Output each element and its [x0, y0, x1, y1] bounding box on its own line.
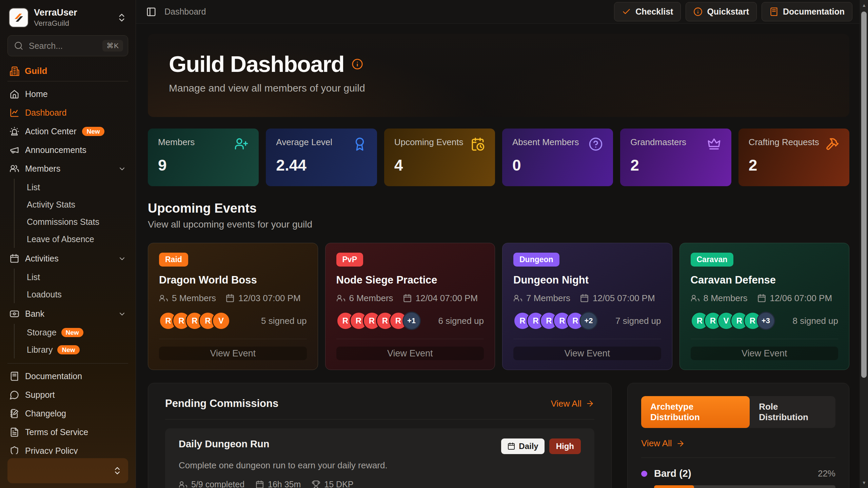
sidebar-item-terms[interactable]: Terms of Service — [7, 423, 128, 442]
workspace-name: VerraUser — [34, 7, 77, 18]
sidebar-item-label: Action Center — [25, 126, 76, 136]
stat-card-crafting-requests[interactable]: Crafting Requests 2 — [738, 129, 849, 186]
distribution-view-all-link[interactable]: View All — [641, 438, 835, 449]
archetype-progress-bar — [654, 485, 835, 488]
event-card-caravan: Caravan Caravan Defense 8 Members 12/06 … — [679, 243, 850, 370]
event-members: 8 Members — [704, 293, 748, 304]
scrollbar-down-arrow[interactable]: ▼ — [860, 480, 868, 485]
new-badge: New — [82, 127, 104, 136]
sidebar-item-activities[interactable]: Activities — [7, 249, 128, 268]
tab-archetype-distribution[interactable]: Archetype Distribution — [641, 396, 750, 428]
divider — [7, 363, 128, 364]
stat-value: 4 — [394, 156, 485, 174]
commission-item[interactable]: Daily Dungeon Run Daily High — [165, 428, 594, 488]
stat-card-absent-members[interactable]: Absent Members 0 — [502, 129, 613, 186]
breadcrumb: Dashboard — [164, 7, 206, 17]
sidebar-item-announcements[interactable]: Announcements — [7, 141, 128, 159]
sidebar-footer-switcher[interactable] — [7, 458, 128, 483]
calendar-icon — [225, 294, 235, 303]
sidebar-subitem-loadouts[interactable]: Loadouts — [25, 286, 128, 303]
sidebar-subitem-library[interactable]: Library New — [25, 341, 128, 358]
stat-cards: Members 9 Average Level 2.44 — [148, 129, 849, 186]
sidebar-subitem-activity-stats[interactable]: Activity Stats — [25, 196, 128, 213]
sidebar-item-bank[interactable]: Bank — [7, 305, 128, 323]
sidebar-item-changelog[interactable]: Changelog — [7, 404, 128, 423]
home-icon — [9, 89, 19, 99]
event-members: 5 Members — [172, 293, 216, 304]
search-input[interactable] — [28, 41, 98, 51]
divider — [336, 339, 484, 339]
sidebar-subitem-members-list[interactable]: List — [25, 179, 128, 196]
stat-card-members[interactable]: Members 9 — [148, 129, 259, 186]
page-content: Guild Dashboard Manage and view all memb… — [136, 24, 868, 488]
checklist-button[interactable]: Checklist — [614, 2, 681, 21]
sidebar-subitem-commissions-stats[interactable]: Commissions Stats — [25, 213, 128, 231]
distribution-row-bard: Bard (2) 22% — [641, 468, 835, 488]
sidebar-toggle-icon[interactable] — [146, 7, 156, 17]
bank-card-icon — [9, 309, 19, 319]
view-event-button[interactable]: View Event — [513, 347, 661, 360]
users-icon — [336, 294, 346, 303]
signed-up-count: 8 signed up — [793, 316, 838, 326]
event-datetime: 12/06 07:00 PM — [770, 293, 832, 304]
award-icon — [353, 137, 367, 151]
sidebar-item-documentation[interactable]: Documentation — [7, 367, 128, 386]
hero-banner: Guild Dashboard Manage and view all memb… — [148, 34, 849, 117]
sidebar-search[interactable]: ⌘K — [7, 35, 128, 56]
users-icon — [159, 294, 168, 303]
commissions-view-all-link[interactable]: View All — [551, 398, 594, 409]
view-event-button[interactable]: View Event — [691, 347, 839, 360]
distribution-tabs: Archetype Distribution Role Distribution — [641, 396, 835, 428]
divider — [165, 419, 594, 419]
shield-icon — [9, 446, 19, 454]
sidebar-subitem-activities-list[interactable]: List — [25, 269, 128, 286]
divider — [691, 339, 839, 339]
sidebar-item-action-center[interactable]: Action Center New — [7, 122, 128, 141]
activities-subtree: List Loadouts — [14, 269, 128, 303]
commission-completed: 5/9 completed — [191, 480, 244, 488]
sidebar-item-members[interactable]: Members — [7, 159, 128, 178]
view-event-button[interactable]: View Event — [336, 347, 484, 360]
divider — [641, 457, 835, 458]
stat-card-upcoming-events[interactable]: Upcoming Events 4 — [384, 129, 495, 186]
scrollbar-up-arrow[interactable]: ▲ — [860, 3, 868, 8]
sidebar-item-support[interactable]: Support — [7, 386, 128, 404]
sidebar-item-privacy[interactable]: Privacy Policy — [7, 442, 128, 454]
sidebar-item-dashboard[interactable]: Dashboard — [7, 103, 128, 122]
event-card-pvp: PvP Node Siege Practice 6 Members 12/04 … — [325, 243, 495, 370]
workspace-switcher[interactable]: VerraUser VerraGuild — [7, 5, 128, 30]
scrollbar-thumb[interactable] — [861, 12, 867, 378]
avatar-overflow: +3 — [757, 312, 775, 330]
event-datetime: 12/04 07:00 PM — [416, 293, 478, 304]
calendar-icon — [757, 294, 766, 303]
stat-value: 2.44 — [276, 156, 367, 174]
sidebar-item-home[interactable]: Home — [7, 85, 128, 103]
sidebar-item-label: Announcements — [25, 145, 86, 155]
commission-reward: 15 DKP — [324, 480, 353, 488]
archetype-name: Bard (2) — [654, 468, 691, 479]
message-circle-icon — [9, 390, 19, 400]
stat-card-grandmasters[interactable]: Grandmasters 2 — [620, 129, 731, 186]
events-title: Upcoming Events — [148, 201, 849, 216]
line-chart-icon — [9, 108, 19, 118]
arrow-right-icon — [676, 439, 685, 448]
chevrons-up-down-icon — [113, 466, 122, 475]
view-event-button[interactable]: View Event — [159, 347, 307, 360]
avatar: V — [212, 312, 230, 330]
vertical-scrollbar[interactable]: ▲ ▼ — [860, 0, 868, 488]
stat-card-average-level[interactable]: Average Level 2.44 — [266, 129, 377, 186]
documentation-button[interactable]: Documentation — [762, 2, 852, 21]
new-badge: New — [61, 328, 83, 337]
event-card-dungeon: Dungeon Dungeon Night 7 Members 12/05 07… — [502, 243, 672, 370]
tab-role-distribution[interactable]: Role Distribution — [750, 396, 835, 428]
quickstart-button[interactable]: Quickstart — [686, 2, 757, 21]
commission-time-remaining: 16h 35m — [268, 480, 301, 488]
sidebar-subitem-leave-of-absence[interactable]: Leave of Absence — [25, 231, 128, 248]
sidebar-subitem-storage[interactable]: Storage New — [25, 324, 128, 341]
bottom-row: Pending Commissions View All Daily Dunge… — [148, 383, 849, 488]
info-icon[interactable] — [352, 58, 363, 70]
avatar-overflow: +2 — [579, 312, 598, 330]
members-subtree: List Activity Stats Commissions Stats Le… — [14, 179, 128, 248]
stat-value: 2 — [749, 156, 839, 174]
sidebar-item-label: Privacy Policy — [25, 446, 78, 454]
